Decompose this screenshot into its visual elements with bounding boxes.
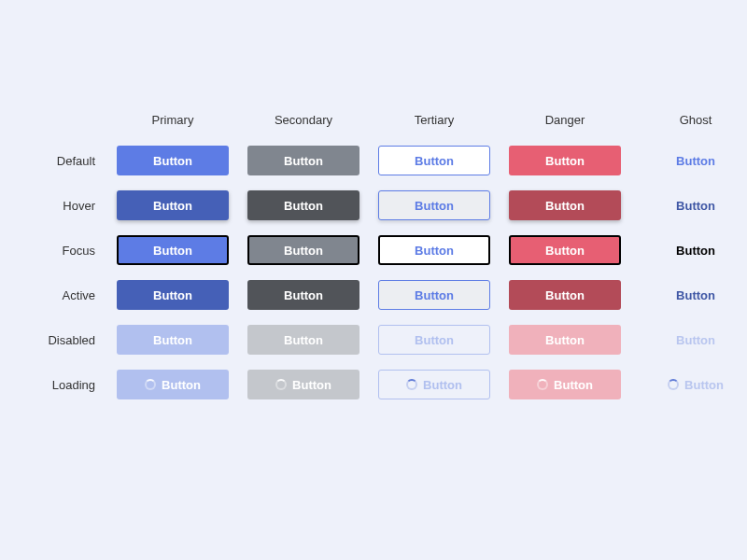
ghost-active-button[interactable]: Button xyxy=(669,280,723,310)
tertiary-active-button[interactable]: Button xyxy=(378,280,490,310)
spinner-icon xyxy=(275,379,287,390)
ghost-loading-button: Button xyxy=(660,370,731,399)
danger-loading-button: Button xyxy=(509,370,621,399)
tertiary-hover-button[interactable]: Button xyxy=(378,190,490,220)
secondary-default-button[interactable]: Button xyxy=(247,146,359,175)
button-label: Button xyxy=(423,378,462,392)
secondary-active-button[interactable]: Button xyxy=(247,280,359,310)
row-header-hover: Hover xyxy=(37,199,103,213)
tertiary-disabled-button: Button xyxy=(378,325,490,355)
spinner-icon xyxy=(668,379,679,390)
tertiary-focus-button[interactable]: Button xyxy=(378,235,490,265)
spinner-icon xyxy=(406,379,417,390)
tertiary-default-button[interactable]: Button xyxy=(378,146,490,175)
primary-active-button[interactable]: Button xyxy=(117,280,229,310)
ghost-hover-button[interactable]: Button xyxy=(669,190,723,220)
secondary-hover-button[interactable]: Button xyxy=(247,190,359,220)
button-label: Button xyxy=(292,378,331,392)
tertiary-loading-button: Button xyxy=(378,370,490,399)
primary-loading-button: Button xyxy=(117,370,229,399)
secondary-loading-button: Button xyxy=(247,370,359,399)
danger-hover-button[interactable]: Button xyxy=(509,190,621,220)
ghost-default-button[interactable]: Button xyxy=(669,146,723,175)
row-header-active: Active xyxy=(37,288,103,302)
danger-active-button[interactable]: Button xyxy=(509,280,621,310)
danger-default-button[interactable]: Button xyxy=(509,146,621,175)
primary-focus-button[interactable]: Button xyxy=(117,235,229,265)
row-header-disabled: Disabled xyxy=(37,333,103,347)
row-header-loading: Loading xyxy=(37,378,103,392)
primary-default-button[interactable]: Button xyxy=(117,146,229,175)
spinner-icon xyxy=(537,379,548,390)
row-header-default: Default xyxy=(37,154,103,168)
secondary-focus-button[interactable]: Button xyxy=(247,235,359,265)
col-header-tertiary: Tertiary xyxy=(374,113,495,127)
col-header-danger: Danger xyxy=(504,113,626,127)
ghost-disabled-button: Button xyxy=(669,325,723,355)
primary-hover-button[interactable]: Button xyxy=(117,190,229,220)
secondary-disabled-button: Button xyxy=(247,325,359,355)
col-header-primary: Primary xyxy=(112,113,233,127)
button-states-grid: Primary Secondary Tertiary Danger Ghost … xyxy=(37,103,747,405)
ghost-focus-button[interactable]: Button xyxy=(669,235,723,265)
row-header-focus: Focus xyxy=(37,244,103,258)
primary-disabled-button: Button xyxy=(117,325,229,355)
button-label: Button xyxy=(684,378,724,392)
spinner-icon xyxy=(145,379,156,390)
danger-disabled-button: Button xyxy=(509,325,621,355)
col-header-secondary: Secondary xyxy=(243,113,364,127)
col-header-ghost: Ghost xyxy=(635,113,747,127)
danger-focus-button[interactable]: Button xyxy=(509,235,621,265)
button-label: Button xyxy=(162,378,201,392)
button-label: Button xyxy=(554,378,593,392)
